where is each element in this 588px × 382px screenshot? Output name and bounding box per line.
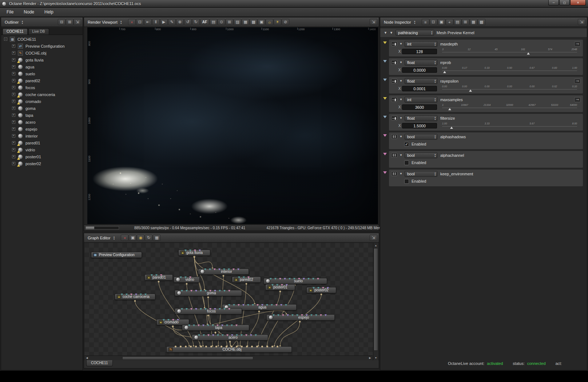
type-select[interactable]: bool	[405, 134, 437, 140]
focus-pick-icon[interactable]: ⊕	[176, 19, 184, 25]
tree-expander-icon[interactable]: +	[12, 120, 15, 124]
graph-node-coche-carroceria[interactable]: ▲coche carroceria	[115, 294, 155, 300]
value-input[interactable]: 128	[402, 49, 437, 54]
stepper-icon[interactable]	[430, 31, 434, 35]
render-region-icon[interactable]: ⊡	[136, 19, 144, 25]
slider-icon[interactable]	[391, 60, 397, 65]
tree-expander-icon[interactable]: +	[12, 86, 15, 89]
rotate-cw-icon[interactable]: ↻	[192, 19, 200, 25]
graph-node-poster02[interactable]: ▲poster02	[306, 287, 336, 293]
tree-item[interactable]: +suelo	[1, 70, 83, 77]
collapse-icon[interactable]: ▼	[400, 79, 402, 83]
node-link-icon[interactable]: ⊸	[574, 97, 581, 102]
rotate-ccw-icon[interactable]: ↺	[184, 19, 192, 25]
graph-node-pared02[interactable]: ▲pared02	[232, 276, 261, 283]
lock-view-icon[interactable]: ⊘	[282, 19, 289, 25]
tree-expander-icon[interactable]: −	[4, 37, 7, 41]
tree-item[interactable]: +gota lluvia	[1, 56, 83, 63]
tree-item[interactable]: +focos	[1, 84, 83, 91]
region-zoom-icon[interactable]: ⊞	[226, 19, 233, 25]
tree-item[interactable]: +acero	[1, 119, 83, 126]
graph-node-suelo[interactable]: suelo	[263, 278, 327, 284]
pin-node-icon[interactable]: +	[446, 19, 453, 25]
slider-icon[interactable]	[391, 41, 397, 46]
tree-expander-icon[interactable]: +	[12, 155, 15, 158]
type-select[interactable]: int	[405, 41, 437, 47]
slider-handle-icon[interactable]	[527, 52, 530, 55]
bool-icon[interactable]	[391, 153, 397, 158]
camera-preset-icon[interactable]: ▣	[258, 19, 265, 25]
tree-item[interactable]: +poster01	[1, 153, 83, 160]
graph-node-preview-configuration[interactable]: ▦Preview Configuration	[91, 252, 142, 258]
tree-item[interactable]: +✎COCHE.obj	[1, 49, 83, 56]
stepper-icon[interactable]	[112, 236, 116, 240]
pattern-icon[interactable]: ▦	[242, 19, 249, 25]
tree-expander-icon[interactable]: +	[12, 141, 15, 144]
menu-node[interactable]: Node	[19, 8, 39, 16]
skip-to-start-icon[interactable]: ⇤	[144, 19, 152, 25]
maximize-panel-icon[interactable]: ⇲	[370, 235, 377, 241]
collapse-tree-icon[interactable]: ⊟	[58, 19, 65, 25]
stop-render-icon[interactable]: ×	[128, 19, 136, 25]
graph-node-gota-lluvia[interactable]: ▲gota lluvia	[178, 250, 210, 256]
value-input[interactable]: 0.0001	[402, 86, 437, 91]
inspector-type-select[interactable]: Node Inspector	[382, 20, 418, 24]
tree-item[interactable]: +vidrio	[1, 146, 83, 153]
slider-handle-icon[interactable]	[450, 127, 453, 129]
collapse-icon[interactable]: ▼	[390, 31, 393, 35]
tree-expander-icon[interactable]: +	[12, 72, 15, 75]
slider-handle-icon[interactable]	[448, 108, 451, 110]
save-image-icon[interactable]: ▣	[129, 235, 136, 241]
graph-node-tapa[interactable]: tapa	[182, 325, 249, 331]
tree-expander-icon[interactable]: +	[12, 127, 15, 131]
tree-root[interactable]: −▦COCHE11	[1, 36, 83, 43]
maximize-button[interactable]: ▢	[559, 0, 570, 5]
graph-node-focos[interactable]: focos	[175, 308, 242, 314]
play-icon[interactable]: ▶	[160, 19, 168, 25]
collapse-icon[interactable]: ▼	[400, 154, 402, 157]
sun-icon[interactable]: ☀	[274, 19, 281, 25]
bool-icon[interactable]	[391, 171, 397, 176]
collapse-icon[interactable]: ▼	[400, 61, 402, 64]
slider-handle-icon[interactable]	[443, 71, 446, 73]
graph-tab-coche11[interactable]: COCHE11	[86, 360, 113, 366]
graph-node-goma[interactable]: goma	[175, 290, 242, 296]
collapse-icon[interactable]: ▼	[400, 98, 402, 101]
grid-pattern-icon[interactable]: ▩	[250, 19, 257, 25]
tree-item[interactable]: +goma	[1, 105, 83, 112]
stepper-icon[interactable]	[413, 20, 417, 24]
tab-live-db[interactable]: Live DB	[28, 28, 49, 35]
slider-icon[interactable]	[391, 79, 397, 83]
tree-expander-icon[interactable]: +	[12, 58, 15, 61]
picture-icon[interactable]: ▦	[470, 19, 477, 25]
tree-item[interactable]: +⇄Preview Configuration	[1, 43, 83, 49]
param-slider[interactable]: 312451615742048	[442, 48, 577, 55]
pause-icon[interactable]: Ⅱ	[152, 19, 160, 25]
tree-expander-icon[interactable]: +	[12, 93, 15, 96]
collapse-icon[interactable]: ▼	[400, 42, 402, 45]
tree-expander-icon[interactable]: +	[12, 51, 15, 55]
scroll-left-icon[interactable]: ◀	[84, 356, 90, 361]
graph-node-acero[interactable]: acero	[192, 334, 268, 341]
grid-view-icon[interactable]: ▩	[478, 19, 485, 25]
graph-canvas[interactable]: ▲ ▼ ◀ ▶ ▦Preview Configuration▲gota lluv…	[84, 243, 378, 360]
stepper-icon[interactable]	[433, 153, 437, 158]
tree-expander-icon[interactable]: +	[12, 65, 15, 68]
stepper-icon[interactable]	[433, 42, 437, 46]
tree-item[interactable]: +tapa	[1, 112, 83, 119]
viewport-type-select[interactable]: Render Viewport	[86, 20, 124, 24]
white-balance-icon[interactable]: ⊙	[218, 19, 225, 25]
slider-icon[interactable]	[391, 116, 397, 120]
minimize-button[interactable]: ─	[548, 0, 559, 5]
tree-expander-icon[interactable]: +	[12, 114, 15, 117]
close-button[interactable]: ✕	[570, 0, 586, 5]
menu-icon[interactable]: ≡	[422, 19, 429, 25]
maximize-panel-icon[interactable]: ⇲	[578, 19, 585, 25]
tree-expander-icon[interactable]: +	[12, 107, 15, 110]
kernel-select[interactable]: pathtracing	[396, 30, 434, 36]
slider-icon[interactable]	[391, 97, 397, 102]
maximize-panel-icon[interactable]: ⇲	[74, 19, 81, 25]
scroll-up-icon[interactable]: ▲	[373, 243, 378, 248]
graph-node-coche-obj[interactable]: ✎COCHE.obj	[166, 346, 292, 353]
tree-item[interactable]: +cromado	[1, 98, 83, 105]
